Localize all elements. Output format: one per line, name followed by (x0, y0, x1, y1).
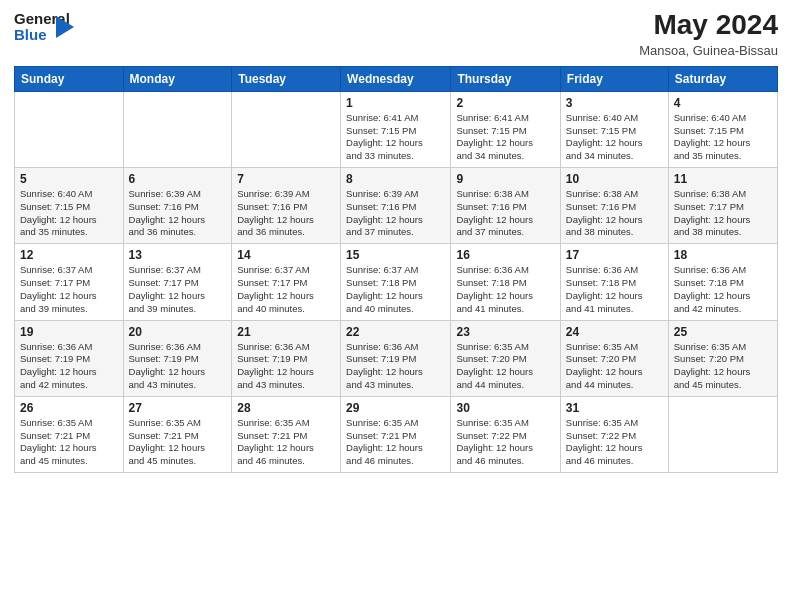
calendar-cell: 20Sunrise: 6:36 AM Sunset: 7:19 PM Dayli… (123, 320, 232, 396)
logo: General Blue (14, 10, 58, 46)
calendar-cell: 25Sunrise: 6:35 AM Sunset: 7:20 PM Dayli… (668, 320, 777, 396)
day-header-sunday: Sunday (15, 66, 124, 91)
day-header-wednesday: Wednesday (341, 66, 451, 91)
day-info: Sunrise: 6:36 AM Sunset: 7:18 PM Dayligh… (456, 264, 554, 315)
day-number: 5 (20, 172, 118, 186)
day-number: 22 (346, 325, 445, 339)
day-info: Sunrise: 6:36 AM Sunset: 7:18 PM Dayligh… (566, 264, 663, 315)
day-info: Sunrise: 6:35 AM Sunset: 7:21 PM Dayligh… (129, 417, 227, 468)
day-number: 14 (237, 248, 335, 262)
day-number: 26 (20, 401, 118, 415)
day-header-friday: Friday (560, 66, 668, 91)
calendar-week-3: 12Sunrise: 6:37 AM Sunset: 7:17 PM Dayli… (15, 244, 778, 320)
header: General Blue May 2024 Mansoa, Guinea-Bis… (14, 10, 778, 58)
calendar-cell: 23Sunrise: 6:35 AM Sunset: 7:20 PM Dayli… (451, 320, 560, 396)
day-header-saturday: Saturday (668, 66, 777, 91)
day-info: Sunrise: 6:35 AM Sunset: 7:22 PM Dayligh… (566, 417, 663, 468)
calendar-cell: 3Sunrise: 6:40 AM Sunset: 7:15 PM Daylig… (560, 91, 668, 167)
day-number: 21 (237, 325, 335, 339)
calendar-cell (15, 91, 124, 167)
calendar-cell: 9Sunrise: 6:38 AM Sunset: 7:16 PM Daylig… (451, 168, 560, 244)
day-info: Sunrise: 6:37 AM Sunset: 7:17 PM Dayligh… (20, 264, 118, 315)
calendar-cell: 28Sunrise: 6:35 AM Sunset: 7:21 PM Dayli… (232, 396, 341, 472)
calendar-cell: 12Sunrise: 6:37 AM Sunset: 7:17 PM Dayli… (15, 244, 124, 320)
calendar-cell: 22Sunrise: 6:36 AM Sunset: 7:19 PM Dayli… (341, 320, 451, 396)
svg-marker-0 (56, 16, 74, 38)
day-info: Sunrise: 6:39 AM Sunset: 7:16 PM Dayligh… (129, 188, 227, 239)
day-number: 27 (129, 401, 227, 415)
calendar-cell: 31Sunrise: 6:35 AM Sunset: 7:22 PM Dayli… (560, 396, 668, 472)
day-info: Sunrise: 6:40 AM Sunset: 7:15 PM Dayligh… (566, 112, 663, 163)
calendar-cell: 15Sunrise: 6:37 AM Sunset: 7:18 PM Dayli… (341, 244, 451, 320)
day-number: 3 (566, 96, 663, 110)
calendar-week-2: 5Sunrise: 6:40 AM Sunset: 7:15 PM Daylig… (15, 168, 778, 244)
day-number: 17 (566, 248, 663, 262)
calendar-cell: 18Sunrise: 6:36 AM Sunset: 7:18 PM Dayli… (668, 244, 777, 320)
calendar-cell: 14Sunrise: 6:37 AM Sunset: 7:17 PM Dayli… (232, 244, 341, 320)
day-info: Sunrise: 6:40 AM Sunset: 7:15 PM Dayligh… (20, 188, 118, 239)
calendar-cell (123, 91, 232, 167)
logo-icon (54, 14, 76, 40)
day-info: Sunrise: 6:38 AM Sunset: 7:16 PM Dayligh… (456, 188, 554, 239)
calendar-cell: 13Sunrise: 6:37 AM Sunset: 7:17 PM Dayli… (123, 244, 232, 320)
day-info: Sunrise: 6:35 AM Sunset: 7:20 PM Dayligh… (674, 341, 772, 392)
day-info: Sunrise: 6:40 AM Sunset: 7:15 PM Dayligh… (674, 112, 772, 163)
day-info: Sunrise: 6:35 AM Sunset: 7:21 PM Dayligh… (346, 417, 445, 468)
day-number: 10 (566, 172, 663, 186)
day-number: 31 (566, 401, 663, 415)
day-number: 2 (456, 96, 554, 110)
day-info: Sunrise: 6:41 AM Sunset: 7:15 PM Dayligh… (456, 112, 554, 163)
calendar-cell: 7Sunrise: 6:39 AM Sunset: 7:16 PM Daylig… (232, 168, 341, 244)
day-info: Sunrise: 6:35 AM Sunset: 7:21 PM Dayligh… (237, 417, 335, 468)
day-info: Sunrise: 6:36 AM Sunset: 7:19 PM Dayligh… (129, 341, 227, 392)
day-number: 16 (456, 248, 554, 262)
day-info: Sunrise: 6:41 AM Sunset: 7:15 PM Dayligh… (346, 112, 445, 163)
calendar-cell: 27Sunrise: 6:35 AM Sunset: 7:21 PM Dayli… (123, 396, 232, 472)
calendar-cell (232, 91, 341, 167)
day-info: Sunrise: 6:36 AM Sunset: 7:19 PM Dayligh… (346, 341, 445, 392)
day-number: 23 (456, 325, 554, 339)
day-info: Sunrise: 6:36 AM Sunset: 7:18 PM Dayligh… (674, 264, 772, 315)
day-number: 24 (566, 325, 663, 339)
calendar-week-5: 26Sunrise: 6:35 AM Sunset: 7:21 PM Dayli… (15, 396, 778, 472)
day-number: 25 (674, 325, 772, 339)
day-number: 9 (456, 172, 554, 186)
calendar-header-row: SundayMondayTuesdayWednesdayThursdayFrid… (15, 66, 778, 91)
calendar-cell: 6Sunrise: 6:39 AM Sunset: 7:16 PM Daylig… (123, 168, 232, 244)
calendar-cell: 1Sunrise: 6:41 AM Sunset: 7:15 PM Daylig… (341, 91, 451, 167)
day-header-monday: Monday (123, 66, 232, 91)
calendar-cell (668, 396, 777, 472)
day-info: Sunrise: 6:35 AM Sunset: 7:22 PM Dayligh… (456, 417, 554, 468)
calendar-cell: 30Sunrise: 6:35 AM Sunset: 7:22 PM Dayli… (451, 396, 560, 472)
calendar-cell: 29Sunrise: 6:35 AM Sunset: 7:21 PM Dayli… (341, 396, 451, 472)
day-info: Sunrise: 6:35 AM Sunset: 7:20 PM Dayligh… (456, 341, 554, 392)
day-number: 12 (20, 248, 118, 262)
day-info: Sunrise: 6:35 AM Sunset: 7:21 PM Dayligh… (20, 417, 118, 468)
day-header-thursday: Thursday (451, 66, 560, 91)
calendar-cell: 19Sunrise: 6:36 AM Sunset: 7:19 PM Dayli… (15, 320, 124, 396)
calendar-week-1: 1Sunrise: 6:41 AM Sunset: 7:15 PM Daylig… (15, 91, 778, 167)
day-info: Sunrise: 6:37 AM Sunset: 7:17 PM Dayligh… (237, 264, 335, 315)
logo-blue: Blue (14, 26, 47, 43)
day-info: Sunrise: 6:36 AM Sunset: 7:19 PM Dayligh… (237, 341, 335, 392)
day-info: Sunrise: 6:39 AM Sunset: 7:16 PM Dayligh… (346, 188, 445, 239)
day-info: Sunrise: 6:39 AM Sunset: 7:16 PM Dayligh… (237, 188, 335, 239)
day-number: 15 (346, 248, 445, 262)
location: Mansoa, Guinea-Bissau (639, 43, 778, 58)
calendar-cell: 24Sunrise: 6:35 AM Sunset: 7:20 PM Dayli… (560, 320, 668, 396)
calendar-cell: 2Sunrise: 6:41 AM Sunset: 7:15 PM Daylig… (451, 91, 560, 167)
calendar-week-4: 19Sunrise: 6:36 AM Sunset: 7:19 PM Dayli… (15, 320, 778, 396)
day-number: 28 (237, 401, 335, 415)
day-number: 29 (346, 401, 445, 415)
day-header-tuesday: Tuesday (232, 66, 341, 91)
day-number: 8 (346, 172, 445, 186)
month-title: May 2024 (639, 10, 778, 41)
day-info: Sunrise: 6:37 AM Sunset: 7:17 PM Dayligh… (129, 264, 227, 315)
calendar-cell: 4Sunrise: 6:40 AM Sunset: 7:15 PM Daylig… (668, 91, 777, 167)
day-number: 13 (129, 248, 227, 262)
day-number: 4 (674, 96, 772, 110)
calendar-cell: 10Sunrise: 6:38 AM Sunset: 7:16 PM Dayli… (560, 168, 668, 244)
day-number: 19 (20, 325, 118, 339)
calendar-cell: 11Sunrise: 6:38 AM Sunset: 7:17 PM Dayli… (668, 168, 777, 244)
day-number: 1 (346, 96, 445, 110)
